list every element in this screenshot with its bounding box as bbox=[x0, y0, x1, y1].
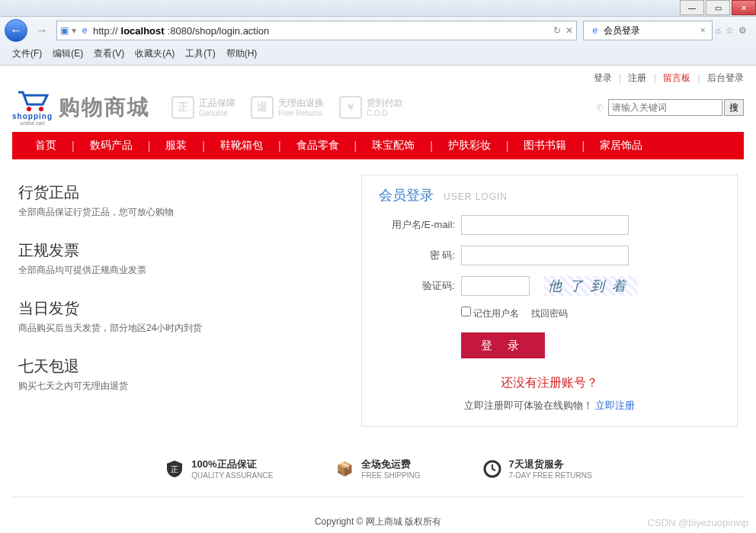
settings-icon[interactable]: ⚙ bbox=[738, 25, 747, 36]
shield-check-icon: 正 bbox=[164, 458, 185, 480]
fbadge-title: 7天退货服务 bbox=[509, 458, 592, 471]
remember-text: 记住用户名 bbox=[473, 308, 519, 319]
fbadge-sub: FREE SHIPPING bbox=[361, 471, 420, 480]
nav-beauty[interactable]: 护肤彩妆 bbox=[433, 139, 506, 153]
tab-favicon: e bbox=[590, 25, 601, 36]
search-input[interactable] bbox=[608, 99, 722, 116]
form-row-captcha: 验证码: 他了到着 bbox=[379, 276, 720, 296]
fbadge-title: 全场免运费 bbox=[361, 458, 420, 471]
forward-button[interactable]: → bbox=[30, 19, 53, 42]
menu-help[interactable]: 帮助(H) bbox=[222, 46, 262, 62]
dropdown-icon[interactable]: ▾ bbox=[72, 25, 76, 36]
logo-shopping-label: shopping bbox=[12, 112, 53, 120]
badge-cod: ￥ 货到付款C.O.D bbox=[339, 96, 403, 119]
footer-badge-shipping: 📦 全场免运费FREE SHIPPING bbox=[334, 458, 420, 480]
menu-tools[interactable]: 工具(T) bbox=[181, 46, 219, 62]
footer-badge-quality: 正 100%正品保证QUALITY ASSURANCE bbox=[164, 458, 273, 480]
badge-returns: 退 无理由退换Free Returns bbox=[251, 96, 324, 119]
nav-jewelry[interactable]: 珠宝配饰 bbox=[357, 139, 430, 153]
fbadge-sub: 7-DAY FREE RETURNS bbox=[509, 471, 592, 480]
footer-badges: 正 100%正品保证QUALITY ASSURANCE 📦 全场免运费FREE … bbox=[12, 450, 744, 487]
login-box: 会员登录 USER LOGIN 用户名/E-mail: 密 码: 验证码: 他了… bbox=[361, 175, 738, 427]
address-bar[interactable]: ▣ ▾ e http://localhost:8080/shop/login.a… bbox=[56, 21, 577, 40]
nav-home-goods[interactable]: 家居饰品 bbox=[585, 139, 658, 153]
svg-point-1 bbox=[39, 107, 43, 111]
url-prefix: http:// bbox=[93, 25, 118, 37]
username-input[interactable] bbox=[461, 215, 629, 235]
remember-label[interactable]: 记住用户名 bbox=[461, 307, 519, 320]
menu-favorites[interactable]: 收藏夹(A) bbox=[130, 46, 179, 62]
shield-icon: ▣ bbox=[60, 25, 69, 36]
maximize-button[interactable]: ▭ bbox=[706, 0, 730, 15]
back-button[interactable]: ← bbox=[5, 19, 27, 42]
phone-icon: ✆ bbox=[596, 102, 604, 113]
password-input[interactable] bbox=[461, 246, 629, 265]
nav-books[interactable]: 图书书籍 bbox=[508, 139, 581, 153]
separator: | bbox=[654, 72, 656, 83]
nav-shoes[interactable]: 鞋靴箱包 bbox=[205, 139, 278, 153]
copyright: Copyright © 网上商城 版权所有 bbox=[12, 515, 744, 528]
label-captcha: 验证码: bbox=[379, 279, 455, 293]
forgot-password-link[interactable]: 找回密码 bbox=[531, 307, 568, 320]
features-list: 行货正品全部商品保证行货正品，您可放心购物 正规发票全部商品均可提供正规商业发票… bbox=[18, 175, 338, 427]
close-button[interactable]: ✕ bbox=[732, 0, 756, 15]
menu-view[interactable]: 查看(V) bbox=[89, 46, 129, 62]
separator: | bbox=[698, 72, 700, 83]
tab-close-icon[interactable]: × bbox=[700, 25, 706, 36]
form-row-password: 密 码: bbox=[379, 246, 720, 265]
footer-badge-returns: 7天退货服务7-DAY FREE RETURNS bbox=[482, 458, 592, 480]
top-register-link[interactable]: 注册 bbox=[628, 72, 646, 83]
browser-tab[interactable]: e 会员登录 × bbox=[583, 21, 713, 40]
top-links: 登录 | 注册 | 留言板 | 后台登录 bbox=[12, 72, 744, 89]
home-icon[interactable]: ⌂ bbox=[716, 25, 721, 36]
fbadge-sub: QUALITY ASSURANCE bbox=[191, 471, 273, 480]
badge-sub: Genuine bbox=[199, 109, 235, 117]
browser-chrome: — ▭ ✕ ← → ▣ ▾ e http://localhost:8080/sh… bbox=[0, 0, 756, 66]
login-button[interactable]: 登 录 bbox=[461, 332, 545, 358]
register-hint: 立即注册即可体验在线购物！ bbox=[464, 400, 593, 411]
remember-checkbox[interactable] bbox=[461, 307, 471, 316]
package-icon: 📦 bbox=[334, 458, 355, 480]
top-board-link[interactable]: 留言板 bbox=[663, 72, 690, 83]
fbadge-title: 100%正品保证 bbox=[191, 458, 273, 471]
register-prompt: 还没有注册账号？ bbox=[379, 375, 720, 391]
badge-text: 无理由退换 bbox=[278, 98, 324, 108]
page-content: 登录 | 注册 | 留言板 | 后台登录 shopping online car… bbox=[12, 66, 744, 533]
favorites-icon[interactable]: ☆ bbox=[726, 25, 734, 36]
minimize-button[interactable]: — bbox=[680, 0, 704, 15]
captcha-image[interactable]: 他了到着 bbox=[543, 276, 638, 296]
feature-title: 行货正品 bbox=[18, 182, 338, 203]
label-username: 用户名/E-mail: bbox=[379, 218, 455, 232]
top-admin-link[interactable]: 后台登录 bbox=[707, 72, 744, 83]
feature-desc: 商品购买后当天发货，部分地区24小时内到货 bbox=[18, 322, 338, 335]
search-button[interactable]: 搜 bbox=[724, 99, 744, 116]
feature-desc: 购买七天之内可无理由退货 bbox=[18, 380, 338, 393]
login-title-en: USER LOGIN bbox=[444, 191, 508, 202]
menu-file[interactable]: 文件(F) bbox=[8, 46, 46, 62]
url-host: localhost bbox=[121, 25, 165, 37]
refresh-icon[interactable]: ↻ bbox=[553, 25, 561, 36]
svg-text:正: 正 bbox=[171, 465, 178, 474]
nav-clothing[interactable]: 服装 bbox=[150, 139, 202, 153]
logo-cart-icon: shopping online cart bbox=[12, 89, 53, 126]
divider bbox=[12, 496, 744, 497]
header-badges: 正 正品保障Genuine 退 无理由退换Free Returns ￥ 货到付款… bbox=[171, 96, 403, 119]
captcha-input[interactable] bbox=[461, 276, 530, 296]
login-options: 记住用户名 找回密码 bbox=[379, 307, 720, 320]
form-row-username: 用户名/E-mail: bbox=[379, 215, 720, 235]
search-box: ✆ 搜 bbox=[596, 99, 744, 116]
top-login-link[interactable]: 登录 bbox=[594, 72, 612, 83]
register-now-link[interactable]: 立即注册 bbox=[595, 400, 635, 411]
logo[interactable]: shopping online cart 购物商城 bbox=[12, 89, 150, 126]
nav-digital[interactable]: 数码产品 bbox=[75, 139, 148, 153]
menu-edit[interactable]: 编辑(E) bbox=[48, 46, 88, 62]
logo-text: 购物商城 bbox=[59, 93, 150, 122]
badge-genuine-icon: 正 bbox=[171, 96, 194, 119]
menu-bar: 文件(F) 编辑(E) 查看(V) 收藏夹(A) 工具(T) 帮助(H) bbox=[0, 44, 756, 65]
nav-home[interactable]: 首页 bbox=[20, 139, 72, 153]
nav-food[interactable]: 食品零食 bbox=[281, 139, 354, 153]
label-password: 密 码: bbox=[379, 249, 455, 262]
badge-cod-icon: ￥ bbox=[339, 96, 362, 119]
stop-icon[interactable]: ✕ bbox=[565, 25, 573, 36]
svg-point-0 bbox=[27, 107, 31, 111]
